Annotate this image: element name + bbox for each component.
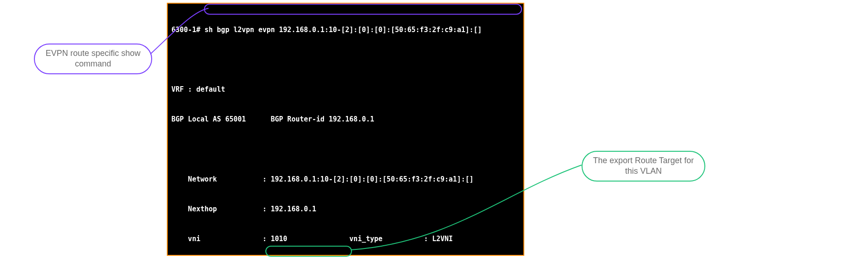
prompt: 6300-1#: [171, 26, 200, 34]
vrf-line: VRF : default: [171, 85, 520, 95]
row-vni: vni : 1010 vni_type : L2VNI: [171, 234, 520, 244]
callout-evpn-command: EVPN route specific show command: [34, 44, 152, 74]
callout-rt-text: The export Route Target for this VLAN: [593, 156, 694, 176]
bgp-line: BGP Local AS 65001 BGP Router-id 192.168…: [171, 115, 520, 125]
prompt-line: 6300-1# sh bgp l2vpn evpn 192.168.0.1:10…: [171, 25, 520, 35]
terminal-window: 6300-1# sh bgp l2vpn evpn 192.168.0.1:10…: [167, 3, 524, 256]
blank-line-1: [171, 145, 520, 155]
row-nexthop: Nexthop : 192.168.0.1: [171, 204, 520, 215]
command-text: sh bgp l2vpn evpn 192.168.0.1:10-[2]:[0]…: [204, 26, 482, 34]
callout-route-target: The export Route Target for this VLAN: [582, 151, 705, 182]
callout-evpn-text: EVPN route specific show command: [45, 49, 140, 68]
blank-line-0: [171, 55, 520, 65]
row-network: Network : 192.168.0.1:10-[2]:[0]:[0]:[50…: [171, 175, 520, 185]
